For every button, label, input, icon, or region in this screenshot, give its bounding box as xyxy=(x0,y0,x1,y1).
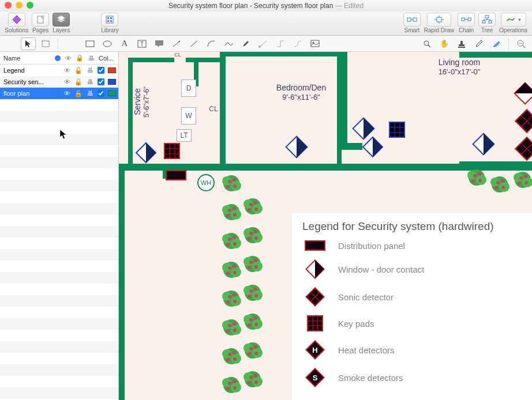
svg-text:S: S xyxy=(313,373,318,382)
line-tool[interactable] xyxy=(169,37,184,50)
label-w: W xyxy=(181,107,196,124)
layer-checkbox[interactable] xyxy=(98,78,104,85)
connector1-tool[interactable] xyxy=(256,37,271,50)
label-cl-top: CL xyxy=(170,52,185,58)
zoom-tool[interactable] xyxy=(419,37,434,50)
print-icon[interactable]: 🖶 xyxy=(86,67,94,74)
svg-rect-6 xyxy=(110,17,112,19)
svg-marker-33 xyxy=(158,46,160,47)
svg-marker-0 xyxy=(13,16,21,24)
callout-tool[interactable] xyxy=(152,37,167,50)
operations-button[interactable]: ▼ xyxy=(501,13,526,27)
rapid-draw-button[interactable] xyxy=(427,13,451,27)
label-cl: CL xyxy=(207,99,220,119)
layer-row-floorplan[interactable]: floor plan 👁 🔓 🖶 xyxy=(0,88,118,99)
spline-tool[interactable] xyxy=(221,37,236,50)
legend-item-window-contact: Window - door contact xyxy=(302,259,522,279)
legend-item-smoke: S Smoke detectors xyxy=(302,368,522,387)
svg-rect-67 xyxy=(515,83,532,104)
arc-tool[interactable] xyxy=(204,37,219,50)
color-swatch[interactable] xyxy=(108,67,116,73)
svg-rect-64 xyxy=(515,137,532,160)
eye-icon[interactable]: 👁 xyxy=(63,90,71,97)
text-tool[interactable]: A xyxy=(117,37,132,50)
tb-layers: Layers xyxy=(53,13,70,33)
eyedropper-tool[interactable] xyxy=(471,37,486,50)
svg-rect-18 xyxy=(468,18,471,21)
straight-line-tool[interactable] xyxy=(186,37,201,50)
eye-icon[interactable]: 👁 xyxy=(63,67,71,74)
svg-rect-68 xyxy=(164,144,179,159)
ellipse-tool[interactable] xyxy=(100,37,115,50)
layer-row-legend[interactable]: Legend 👁 🔓 🖶 xyxy=(0,65,118,76)
close-button[interactable] xyxy=(5,2,12,9)
rect-tool[interactable] xyxy=(83,37,98,50)
zoom-out-tool[interactable] xyxy=(514,37,529,50)
solutions-button[interactable] xyxy=(8,13,25,27)
layers-label: Layers xyxy=(53,27,70,33)
legend-panel: Legend for Security system (hardwired) D… xyxy=(292,213,532,400)
svg-line-36 xyxy=(190,41,197,47)
drawing-canvas[interactable]: D W LT CL CL Service5'-6"x7'-6" Bedroom/… xyxy=(119,52,532,400)
svg-rect-58 xyxy=(353,118,374,139)
legend-item-dist-panel: Distribution panel xyxy=(302,240,522,251)
svg-rect-56 xyxy=(136,143,156,163)
svg-line-62 xyxy=(521,115,532,127)
paintbrush-tool[interactable] xyxy=(489,37,504,50)
layers-head-name[interactable]: Name xyxy=(0,55,55,62)
color-swatch[interactable] xyxy=(108,90,116,96)
connector2-tool[interactable] xyxy=(273,37,288,50)
svg-rect-44 xyxy=(459,44,464,46)
head-visible-icon: 👁 xyxy=(64,55,72,62)
legend-item-heat: H Heat detectors xyxy=(302,340,522,360)
layers-header: Name 👁 🔒 🖶 Col... xyxy=(0,52,118,65)
maximize-button[interactable] xyxy=(27,2,33,9)
svg-line-37 xyxy=(260,41,267,47)
layer-row-security[interactable]: Security sen... 👁 🔓 🖶 xyxy=(0,76,118,88)
color-swatch[interactable] xyxy=(108,79,116,85)
brush-tool[interactable] xyxy=(238,37,253,50)
main-toolbar: Solutions Pages Layers Library Smart Rap… xyxy=(0,12,532,36)
svg-text:T: T xyxy=(140,41,144,47)
lock-icon[interactable]: 🔓 xyxy=(74,90,83,97)
connector3-tool[interactable] xyxy=(290,37,305,50)
pages-button[interactable] xyxy=(32,13,49,27)
smart-button[interactable] xyxy=(403,13,421,27)
head-active-icon xyxy=(55,55,61,61)
lock-icon[interactable]: 🔓 xyxy=(74,67,83,74)
print-icon[interactable]: 🖶 xyxy=(86,90,94,97)
chain-button[interactable] xyxy=(458,13,475,27)
layers-sidebar: Name 👁 🔒 🖶 Col... Legend 👁 🔓 🖶 Security … xyxy=(0,52,119,400)
active-dot-icon xyxy=(54,90,59,96)
svg-rect-7 xyxy=(107,20,109,22)
layer-checkbox[interactable] xyxy=(98,67,104,74)
title-edited: — Edited xyxy=(333,2,364,10)
svg-point-38 xyxy=(258,46,261,48)
layers-button[interactable] xyxy=(53,13,70,27)
svg-rect-21 xyxy=(482,21,485,23)
image-tool[interactable] xyxy=(308,37,323,50)
lock-icon[interactable]: 🔓 xyxy=(74,78,83,86)
svg-line-63 xyxy=(521,115,532,127)
svg-rect-17 xyxy=(462,18,464,21)
operations-label: Operations xyxy=(499,27,527,33)
tb-chain: Chain xyxy=(458,13,475,33)
stamp-tool[interactable] xyxy=(454,37,469,50)
pointer-tool[interactable] xyxy=(21,37,36,50)
bedroom-label: Bedroom/Den9'-6"x11'-6" xyxy=(261,83,342,101)
hand-tool[interactable]: ✋ xyxy=(437,37,452,50)
main-area: Name 👁 🔒 🖶 Col... Legend 👁 🔓 🖶 Security … xyxy=(0,52,532,400)
tree-button[interactable] xyxy=(478,13,496,27)
legend-title: Legend for Security system (hardwired) xyxy=(302,220,522,233)
tb-pages: Pages xyxy=(32,13,49,33)
textbox-tool[interactable]: T xyxy=(134,37,149,50)
layers-head-color[interactable]: Col... xyxy=(99,55,116,62)
eye-icon[interactable]: 👁 xyxy=(63,78,71,85)
library-button[interactable] xyxy=(101,13,118,27)
minimize-button[interactable] xyxy=(16,2,23,9)
layer-checkbox[interactable] xyxy=(98,90,104,97)
print-icon[interactable]: 🖶 xyxy=(86,78,94,85)
tb-solutions: Solutions xyxy=(5,13,28,33)
marquee-tool[interactable] xyxy=(38,37,53,50)
svg-rect-57 xyxy=(286,137,308,158)
